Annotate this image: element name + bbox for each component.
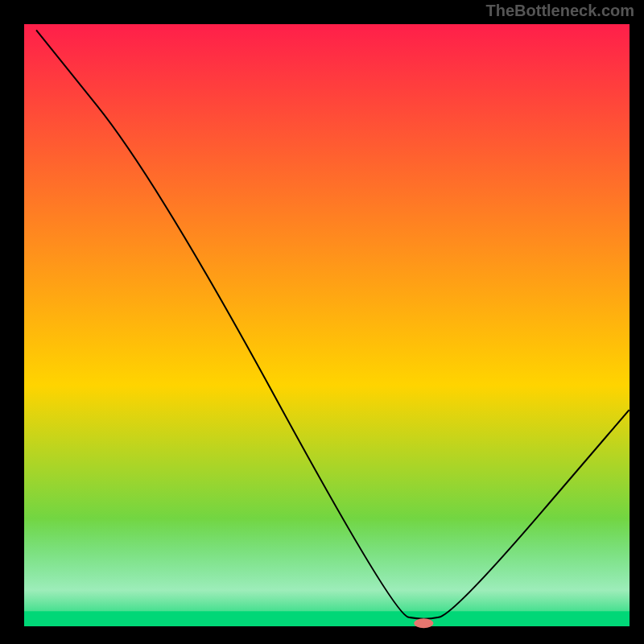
chart-whiten-overlay (24, 24, 630, 626)
chart-marker (414, 618, 433, 628)
bottleneck-chart (0, 0, 644, 644)
chart-green-band (24, 611, 630, 626)
chart-svg (0, 0, 644, 644)
attribution-text: TheBottleneck.com (486, 2, 634, 20)
